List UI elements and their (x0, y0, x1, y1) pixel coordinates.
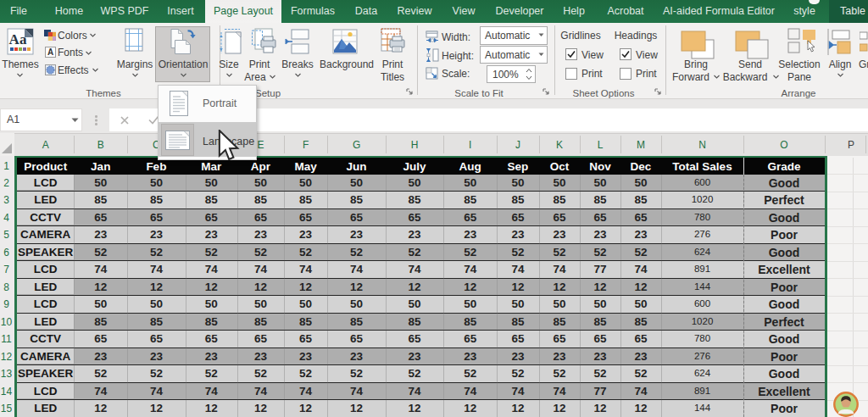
svg-text:Aa: Aa (9, 31, 27, 47)
svg-text:A: A (47, 47, 53, 57)
